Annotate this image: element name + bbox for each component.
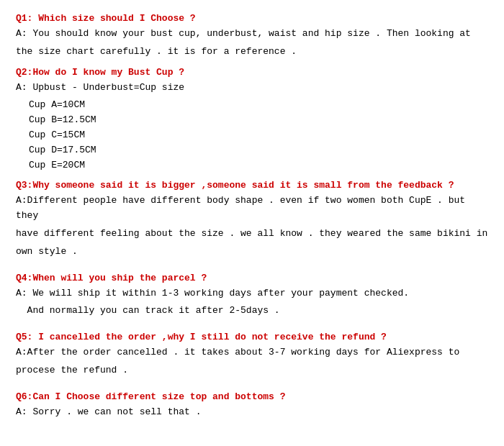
faq-item-q6: Q6:Can I Choose different size top and b… (16, 391, 488, 420)
answer-q4-line2: And normally you can track it after 2-5d… (16, 304, 488, 319)
answer-q1-line2: the size chart carefully . it is for a r… (16, 45, 488, 60)
answer-q6-line1: A: Sorry . we can not sell that . (16, 405, 488, 420)
question-q1: Q1: Which size should I Choose ? (16, 13, 488, 24)
answer-q4-line1: A: We will ship it within 1-3 working da… (16, 286, 488, 301)
answer-q5-line1: A:After the order cancelled . it takes a… (16, 345, 488, 360)
answer-q2-cup-e: Cup E=20CM (16, 158, 488, 173)
question-q5: Q5: I cancelled the order ,why I still d… (16, 332, 488, 342)
answer-q2-cup-b: Cup B=12.5CM (16, 113, 488, 128)
faq-item-q4: Q4:When will you ship the parcel ? A: We… (16, 273, 488, 319)
faq-item-q1: Q1: Which size should I Choose ? A: You … (16, 13, 488, 60)
answer-q2-cup-c: Cup C=15CM (16, 128, 488, 143)
question-q6: Q6:Can I Choose different size top and b… (16, 391, 488, 402)
question-q3: Q3:Why someone said it is bigger ,someon… (16, 180, 488, 191)
answer-q3-line1: A:Different people have different body s… (16, 194, 488, 224)
faq-item-q5: Q5: I cancelled the order ,why I still d… (16, 332, 488, 378)
answer-q1-line1: A: You should know your bust cup, underb… (16, 27, 488, 42)
answer-q2-main: A: Upbust - Underbust=Cup size (16, 81, 488, 96)
answer-q2-cup-a: Cup A=10CM (16, 98, 488, 113)
answer-q2-cup-d: Cup D=17.5CM (16, 143, 488, 158)
answer-q3-line2: have different feeling about the size . … (16, 227, 488, 242)
answer-q3-line3: own style . (16, 245, 488, 260)
faq-item-q2: Q2:How do I know my Bust Cup ? A: Upbust… (16, 67, 488, 173)
answer-q5-line2: procese the refund . (16, 363, 488, 378)
question-q4: Q4:When will you ship the parcel ? (16, 273, 488, 283)
faq-container: Q1: Which size should I Choose ? A: You … (16, 13, 488, 420)
faq-item-q3: Q3:Why someone said it is bigger ,someon… (16, 180, 488, 259)
question-q2: Q2:How do I know my Bust Cup ? (16, 67, 488, 78)
